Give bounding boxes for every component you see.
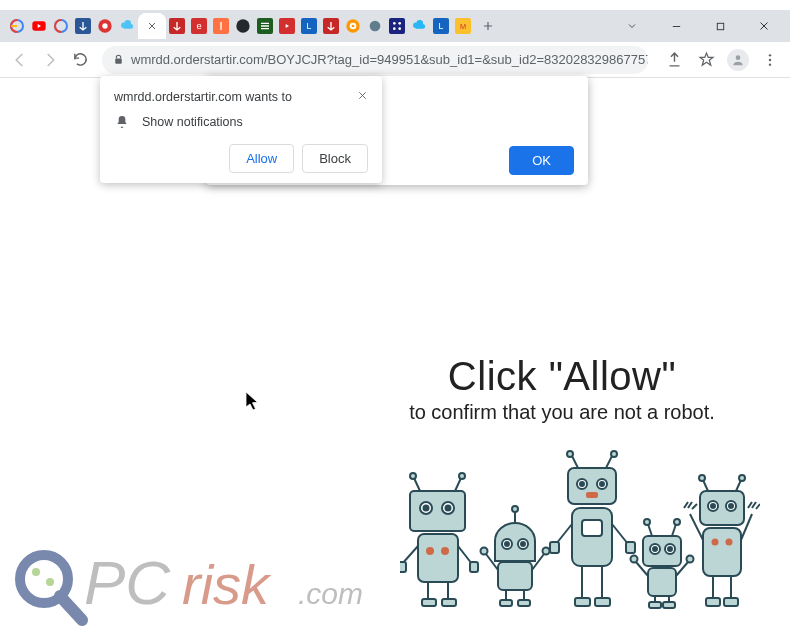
window-controls [610,12,786,40]
url-text: wmrdd.orderstartir.com/BOYJCJR?tag_id=94… [131,52,648,67]
plus-icon [481,19,495,33]
maximize-button[interactable] [698,12,742,40]
tab-favicon-active[interactable] [138,13,166,39]
svg-line-97 [672,524,676,536]
svg-rect-70 [568,468,616,504]
tab-favicon-14[interactable]: L [298,13,320,39]
svg-point-33 [769,58,771,60]
svg-rect-69 [518,600,530,606]
tab-favicon-17[interactable] [364,13,386,39]
svg-line-84 [612,524,628,544]
cursor-icon [245,391,259,411]
lock-icon [112,53,125,66]
svg-rect-35 [410,491,465,531]
svg-line-76 [572,456,578,468]
svg-point-10 [236,19,249,32]
reload-button[interactable] [66,46,94,74]
svg-point-110 [711,504,715,508]
close-window-button[interactable] [742,12,786,40]
allow-button[interactable]: Allow [229,144,294,173]
tab-favicon-19[interactable] [408,13,430,39]
svg-point-39 [446,506,451,511]
svg-point-72 [580,482,584,486]
minimize-button[interactable] [654,12,698,40]
svg-point-127 [32,568,40,576]
svg-point-23 [393,27,396,30]
close-icon[interactable] [146,20,158,32]
svg-rect-105 [649,602,661,608]
share-icon[interactable] [660,46,688,74]
tab-favicon-18[interactable] [386,13,408,39]
dialog-ok-button[interactable]: OK [509,146,574,175]
title-bar [0,0,790,10]
tab-favicon-google[interactable] [6,13,28,39]
svg-point-5 [102,23,107,28]
bookmark-icon[interactable] [692,46,720,74]
svg-rect-29 [717,23,723,29]
svg-rect-75 [586,492,598,498]
svg-point-24 [398,27,401,30]
tab-favicon-13[interactable] [276,13,298,39]
watermark-pc: PC [84,548,171,617]
tab-favicon-6[interactable] [116,13,138,39]
permission-site-text: wmrdd.orderstartir.com wants to [114,90,292,104]
menu-button[interactable] [756,46,784,74]
chevron-down-icon[interactable] [610,12,654,40]
watermark-risk: risk [182,553,272,616]
tab-favicon-12[interactable] [254,13,276,39]
profile-avatar[interactable] [724,46,752,74]
svg-rect-44 [418,534,458,582]
forward-button[interactable] [36,46,64,74]
svg-text:M: M [460,22,466,31]
svg-point-21 [393,22,396,25]
svg-line-113 [703,480,708,491]
block-button[interactable]: Block [302,144,368,173]
svg-rect-48 [400,562,406,572]
svg-point-46 [441,547,449,555]
svg-point-63 [481,548,488,555]
svg-point-60 [512,506,518,512]
tab-favicon-11[interactable] [232,13,254,39]
svg-point-45 [426,547,434,555]
svg-line-49 [458,546,472,564]
tab-favicon-youtube[interactable] [28,13,50,39]
toolbar-right [660,46,784,74]
svg-point-22 [398,22,401,25]
tab-favicon-5[interactable] [94,13,116,39]
svg-text:L: L [307,21,312,31]
new-tab-button[interactable] [474,12,502,40]
svg-point-118 [712,539,719,546]
tab-favicon-20[interactable]: L [430,13,452,39]
tab-favicon-google-2[interactable] [50,13,72,39]
tab-favicon-4[interactable] [72,13,94,39]
tab-favicon-9[interactable]: e [188,13,210,39]
svg-point-18 [352,25,355,28]
svg-point-56 [505,542,509,546]
permission-item-text: Show notifications [142,115,243,129]
svg-rect-85 [626,542,635,553]
svg-rect-67 [500,600,512,606]
svg-rect-52 [422,599,436,606]
back-button[interactable] [6,46,34,74]
tab-favicon-10[interactable] [210,13,232,39]
svg-point-101 [631,556,638,563]
svg-rect-125 [724,598,738,606]
svg-rect-20 [389,18,405,34]
page-subline: to confirm that you are not a robot. [352,401,772,424]
svg-rect-99 [648,568,676,596]
svg-point-119 [726,539,733,546]
svg-point-114 [699,475,705,481]
svg-line-42 [455,478,461,491]
svg-point-103 [687,556,694,563]
tab-favicon-16[interactable] [342,13,364,39]
tab-favicon-8[interactable] [166,13,188,39]
close-icon [357,90,368,101]
permission-close-button[interactable] [357,90,368,101]
svg-line-82 [556,524,572,544]
tab-favicon-15[interactable] [320,13,342,39]
tab-favicon-21[interactable]: M [452,13,474,39]
svg-point-34 [769,63,771,65]
pcrisk-watermark: PC risk .com [10,534,370,629]
address-bar[interactable]: wmrdd.orderstartir.com/BOYJCJR?tag_id=94… [102,46,648,74]
svg-rect-50 [470,562,478,572]
